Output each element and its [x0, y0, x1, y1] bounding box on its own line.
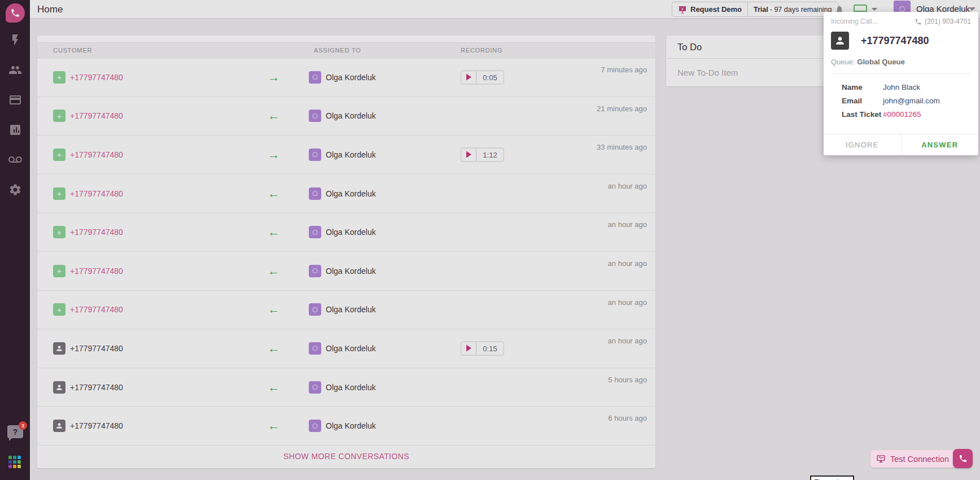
person-icon	[834, 35, 846, 46]
queue-label: Queue:	[831, 58, 855, 66]
clipped-tooltip: Elapsed time	[810, 475, 854, 480]
caller-field-name: Name John Black	[831, 83, 971, 91]
caller-field-last-ticket: Last Ticket #00001265	[831, 110, 971, 119]
caller-field-email: Email john@gmail.com	[831, 97, 971, 105]
phone-icon	[915, 18, 922, 25]
call-status: Incoming Call...	[831, 18, 878, 25]
caller-avatar	[831, 32, 849, 50]
caller-line: (201) 903-4701	[915, 18, 971, 25]
queue-value: Global Queue	[857, 58, 905, 66]
ignore-call-button[interactable]: IGNORE	[824, 134, 902, 155]
divider	[832, 73, 970, 74]
phone-icon	[959, 454, 968, 463]
pulse-monitor-icon	[876, 454, 886, 464]
ticket-link[interactable]: #00001265	[883, 110, 921, 119]
caller-id: (201) 903-4701	[925, 18, 971, 25]
test-connection-button[interactable]: Test Connection	[870, 450, 957, 468]
dialer-phone-button[interactable]	[953, 449, 973, 468]
incoming-call-popup: Incoming Call... (201) 903-4701 +1779774…	[824, 12, 978, 155]
caller-number: +17797747480	[861, 35, 929, 47]
app-root: ? 3 Home Request Demo Trial - 97 days re…	[0, 0, 980, 480]
answer-call-button[interactable]: ANSWER	[902, 134, 979, 155]
